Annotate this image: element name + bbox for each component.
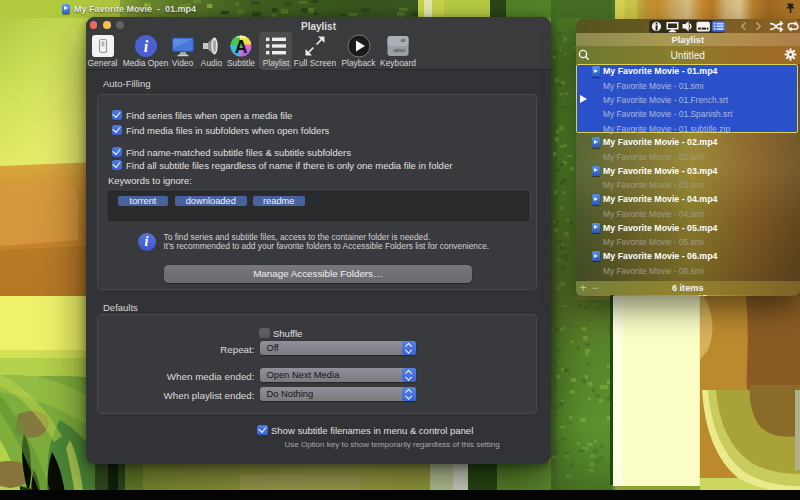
svg-text:option: option: [393, 48, 406, 53]
svg-text:i: i: [143, 38, 148, 55]
svg-text:alt: alt: [401, 38, 407, 43]
